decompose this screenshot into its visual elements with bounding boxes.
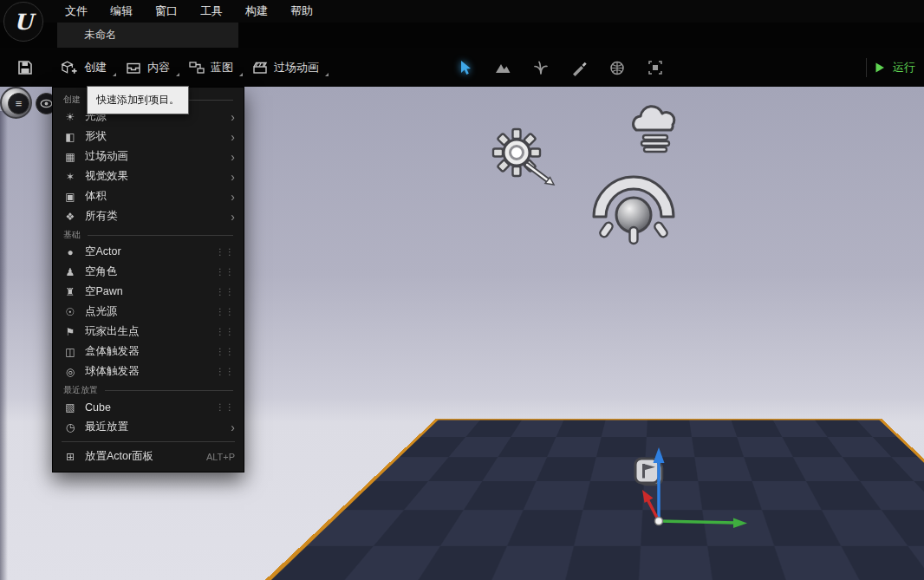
menu-item-sphere-trigger[interactable]: ◎ 球体触发器 ⋮⋮ <box>53 362 244 381</box>
level-tab[interactable]: 未命名 <box>57 23 238 48</box>
drag-handle-icon[interactable]: ⋮⋮ <box>216 268 235 277</box>
menu-item-recently-placed[interactable]: ◷ 最近放置 › <box>53 417 244 437</box>
menu-item-empty-pawn[interactable]: ♜ 空Pawn ⋮⋮ <box>53 282 244 302</box>
unreal-logo-icon: U <box>14 11 33 33</box>
pawn-icon: ♜ <box>63 286 77 298</box>
menubar: 文件 编辑 窗口 工具 构建 帮助 <box>0 0 924 23</box>
drag-handle-icon[interactable]: ⋮⋮ <box>216 288 235 297</box>
save-button[interactable] <box>10 53 40 82</box>
menu-item-empty-actor[interactable]: ● 空Actor ⋮⋮ <box>53 242 244 262</box>
select-cursor-icon <box>456 59 473 76</box>
menu-build[interactable]: 构建 <box>234 0 279 23</box>
menu-item-box-trigger[interactable]: ◫ 盒体触发器 ⋮⋮ <box>53 342 244 362</box>
tooltip: 快速添加到项目。 <box>87 86 189 114</box>
menu-item-empty-character[interactable]: ♟ 空角色 ⋮⋮ <box>53 262 244 282</box>
visual-effects-icon: ✶ <box>63 171 77 183</box>
shapes-icon: ◧ <box>63 131 77 143</box>
menu-divider <box>62 441 235 442</box>
content-button[interactable]: 内容 <box>119 54 182 81</box>
drag-handle-icon[interactable]: ⋮⋮ <box>216 348 235 356</box>
select-mode-button[interactable] <box>449 54 480 81</box>
chevron-right-icon: › <box>231 421 235 433</box>
create-button[interactable]: 创建 <box>54 54 119 81</box>
brush-editing-mode-button[interactable] <box>640 54 671 81</box>
menu-item-player-start[interactable]: ⚑ 玩家出生点 ⋮⋮ <box>53 322 244 342</box>
dropdown-corner-icon <box>176 73 179 76</box>
unreal-editor-window: 文件 编辑 窗口 工具 构建 帮助 U 未命名 创建 <box>0 0 924 580</box>
foliage-mode-button[interactable] <box>525 54 556 81</box>
volumetric-cloud-gizmo[interactable] <box>626 101 685 154</box>
play-button[interactable]: 运行 <box>893 60 915 75</box>
viewport-options-button[interactable]: ≡ <box>8 93 29 114</box>
foliage-icon <box>532 59 550 76</box>
menu-item-point-light[interactable]: ☉ 点光源 ⋮⋮ <box>53 302 244 322</box>
dropdown-corner-icon <box>325 73 329 76</box>
box-trigger-icon: ◫ <box>63 346 77 358</box>
menu-item-volumes[interactable]: ▣ 体积 › <box>53 186 244 206</box>
menu-help[interactable]: 帮助 <box>279 0 324 23</box>
blueprint-icon <box>189 60 205 75</box>
editor-modes-group <box>449 48 671 87</box>
chevron-right-icon: › <box>231 191 235 203</box>
transform-gizmo-axes[interactable] <box>607 433 754 531</box>
eye-icon <box>40 99 53 108</box>
paint-brush-icon <box>570 59 588 76</box>
play-controls-group: 运行 <box>866 48 924 87</box>
viewport-edge-shade <box>0 111 8 580</box>
menu-item-shapes[interactable]: ◧ 形状 › <box>53 127 244 147</box>
light-icon: ☀ <box>63 111 77 123</box>
cinematics-button[interactable]: 过场动画 <box>245 54 331 81</box>
cube-brackets-icon <box>647 59 664 76</box>
place-actor-panel-icon: ⊞ <box>63 451 77 463</box>
create-dropdown-menu: 创建 ☀ 光源 › ◧ 形状 › ▦ 过场动画 › ✶ 视觉效果 › ▣ 体积 … <box>52 87 244 472</box>
drag-handle-icon[interactable]: ⋮⋮ <box>216 368 235 376</box>
save-icon <box>16 59 34 76</box>
menu-item-cube[interactable]: ▧ Cube ⋮⋮ <box>53 397 244 417</box>
content-drawer-icon <box>126 60 141 75</box>
menu-tools[interactable]: 工具 <box>189 0 234 23</box>
mesh-sphere-icon <box>608 59 626 76</box>
landscape-mode-button[interactable] <box>487 54 518 81</box>
player-start-icon: ⚑ <box>63 326 77 338</box>
all-classes-icon: ❖ <box>63 211 77 223</box>
chevron-right-icon: › <box>231 171 235 183</box>
chevron-right-icon: › <box>231 151 235 163</box>
volumes-icon: ▣ <box>63 191 77 203</box>
menu-item-visual-effects[interactable]: ✶ 视觉效果 › <box>53 166 244 186</box>
paint-mode-button[interactable] <box>563 54 595 81</box>
sky-light-gizmo[interactable] <box>590 170 677 250</box>
main-toolbar: 创建 内容 蓝图 过场动画 <box>0 48 924 87</box>
drag-handle-icon[interactable]: ⋮⋮ <box>216 403 235 412</box>
menu-edit[interactable]: 编辑 <box>99 0 144 23</box>
cinematics-icon: ▦ <box>63 151 77 163</box>
menu-section-recent: 最近放置 <box>53 381 244 397</box>
shortcut-label: ALT+P <box>206 452 235 462</box>
character-icon: ♟ <box>63 266 77 278</box>
unreal-logo-button[interactable]: U <box>3 2 43 42</box>
menu-window[interactable]: 窗口 <box>144 0 189 23</box>
drag-handle-icon[interactable]: ⋮⋮ <box>216 308 235 316</box>
toolbar-separator <box>866 58 867 77</box>
menu-item-place-actor-panel[interactable]: ⊞ 放置Actor面板 ALT+P <box>53 446 244 466</box>
create-icon <box>61 59 78 75</box>
tab-bar: 未命名 <box>0 23 924 48</box>
sphere-trigger-icon: ◎ <box>63 366 77 378</box>
blueprint-button[interactable]: 蓝图 <box>182 54 245 81</box>
menu-item-all-classes[interactable]: ❖ 所有类 › <box>53 206 244 226</box>
menu-file[interactable]: 文件 <box>54 0 99 23</box>
drag-handle-icon[interactable]: ⋮⋮ <box>216 248 235 257</box>
chevron-right-icon: › <box>231 131 235 143</box>
play-icon[interactable] <box>874 62 886 74</box>
point-light-icon: ☉ <box>63 306 77 318</box>
menu-section-basic: 基础 <box>53 226 244 242</box>
chevron-right-icon: › <box>231 111 235 123</box>
modeling-mode-button[interactable] <box>602 54 633 81</box>
menu-item-cinematics[interactable]: ▦ 过场动画 › <box>53 147 244 166</box>
directional-light-gizmo[interactable] <box>485 125 565 194</box>
hamburger-icon: ≡ <box>16 97 23 110</box>
cube-icon: ▧ <box>63 401 77 414</box>
drag-handle-icon[interactable]: ⋮⋮ <box>216 328 235 336</box>
clock-icon: ◷ <box>63 421 77 433</box>
landscape-icon <box>494 59 511 76</box>
empty-actor-icon: ● <box>63 246 77 258</box>
